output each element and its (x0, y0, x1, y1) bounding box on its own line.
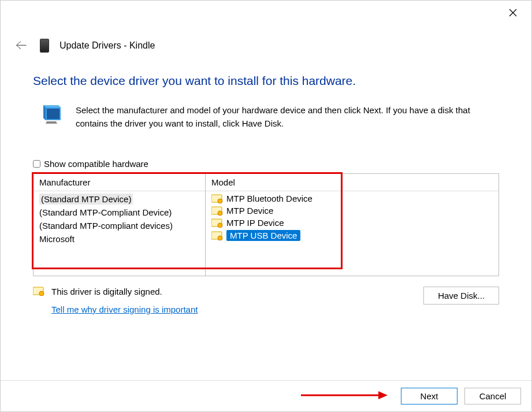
footer-info: This driver is digitally signed. Tell me… (33, 287, 499, 314)
instruction-text: Select the manufacturer and model of you… (76, 104, 499, 130)
signed-block: This driver is digitally signed. Tell me… (33, 287, 198, 314)
model-item[interactable]: MTP Device (206, 205, 498, 217)
device-icon (40, 39, 49, 53)
compat-checkbox-row: Show compatible hardware (33, 159, 499, 169)
manufacturer-column: Manufacturer (Standard MTP Device) (Stan… (34, 174, 206, 276)
manufacturer-item[interactable]: (Standard MTP-compliant devices) (34, 219, 205, 232)
have-disk-button[interactable]: Have Disk... (423, 287, 499, 305)
driver-grid: Manufacturer (Standard MTP Device) (Stan… (33, 173, 499, 276)
close-button[interactable] (500, 4, 526, 21)
button-bar: Next Cancel (1, 380, 531, 411)
model-list[interactable]: MTP Bluetooth Device MTP Device MTP IP D… (206, 191, 498, 276)
svg-point-6 (218, 211, 222, 216)
manufacturer-item[interactable]: (Standard MTP-Compliant Device) (34, 206, 205, 219)
model-column: Model MTP Bluetooth Device MTP Device (206, 174, 498, 276)
signed-text: This driver is digitally signed. (51, 287, 198, 296)
model-header: Model (206, 174, 498, 191)
certificate-icon (211, 194, 223, 203)
show-compatible-checkbox[interactable] (33, 160, 40, 168)
certificate-icon (211, 231, 223, 240)
monitor-icon (41, 105, 62, 125)
update-drivers-window: 🡠 Update Drivers - Kindle Select the dev… (0, 0, 532, 412)
next-button[interactable]: Next (401, 388, 457, 404)
manufacturer-item[interactable]: (Standard MTP Device) (34, 192, 205, 206)
model-item[interactable]: MTP USB Device (206, 229, 498, 242)
signing-info-link[interactable]: Tell me why driver signing is important (51, 305, 198, 314)
certificate-icon (33, 287, 44, 296)
svg-point-10 (218, 236, 222, 240)
manufacturer-header: Manufacturer (34, 174, 205, 191)
cancel-button[interactable]: Cancel (464, 388, 521, 404)
show-compatible-label[interactable]: Show compatible hardware (44, 159, 148, 169)
page-heading: Select the device driver you want to ins… (33, 74, 499, 88)
back-button[interactable]: 🡠 (13, 38, 29, 53)
model-item[interactable]: MTP IP Device (206, 217, 498, 229)
manufacturer-item[interactable]: Microsoft (34, 232, 205, 246)
certificate-icon (211, 206, 223, 216)
content-area: Select the device driver you want to ins… (1, 59, 531, 314)
header: 🡠 Update Drivers - Kindle (1, 24, 531, 59)
instruction-row: Select the manufacturer and model of you… (33, 104, 499, 130)
svg-point-8 (218, 223, 222, 228)
model-item[interactable]: MTP Bluetooth Device (206, 192, 498, 205)
manufacturer-list[interactable]: (Standard MTP Device) (Standard MTP-Comp… (34, 191, 205, 276)
svg-point-12 (39, 291, 44, 296)
certificate-icon (211, 218, 223, 228)
close-icon (509, 9, 517, 17)
titlebar (1, 1, 531, 24)
svg-rect-2 (47, 109, 59, 119)
svg-point-4 (218, 199, 222, 203)
window-title: Update Drivers - Kindle (59, 40, 155, 51)
